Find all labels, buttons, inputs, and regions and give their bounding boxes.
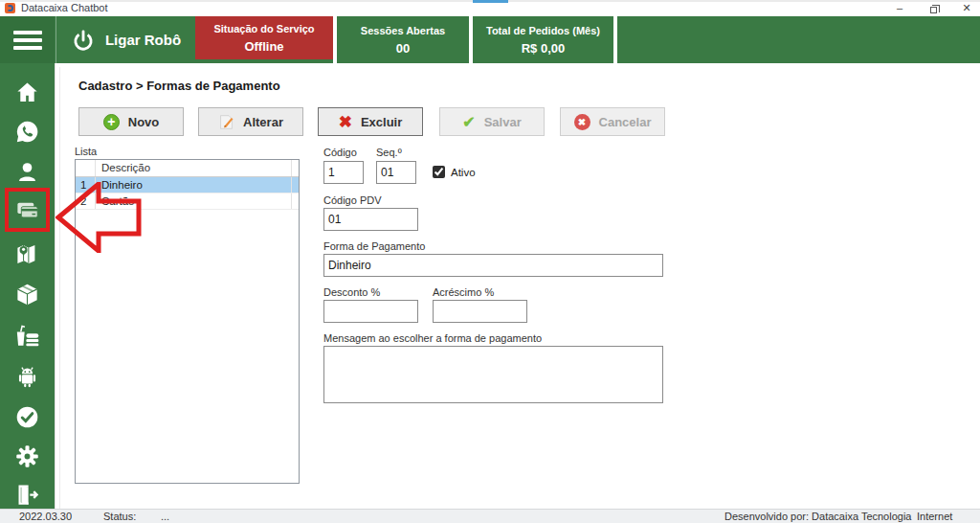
map-location-icon <box>14 241 40 267</box>
package-icon <box>14 282 40 307</box>
version-text: 2022.03.30 <box>19 511 72 522</box>
cancel-circle-icon: ✖ <box>574 114 590 130</box>
logout-door-icon <box>14 482 40 508</box>
sidebar-item-delivery-areas[interactable] <box>0 239 55 269</box>
excluir-button[interactable]: ✖ Excluir <box>318 107 423 136</box>
mensagem-textarea[interactable] <box>323 346 663 403</box>
sidebar-item-exit[interactable] <box>0 479 55 510</box>
app-logo-icon <box>5 3 15 13</box>
ativo-checkbox[interactable] <box>433 166 445 178</box>
service-status-title: Situação do Serviço <box>195 23 333 34</box>
save-check-icon: ✔ <box>462 113 475 131</box>
forma-pagamento-input[interactable] <box>323 254 663 277</box>
acrescimo-label: Acréscimo % <box>433 286 494 298</box>
novo-label: Novo <box>128 115 160 129</box>
annotation-highlight-box <box>5 188 50 232</box>
total-orders-panel: Total de Pedidos (Mês) R$ 0,00 <box>473 16 613 63</box>
service-status-panel: Situação do Serviço Offline <box>195 16 333 59</box>
grid-header-descricao: Descrição <box>96 160 291 176</box>
status-label: Status: <box>103 511 136 522</box>
seq-input[interactable] <box>376 161 416 184</box>
codigo-input[interactable] <box>323 161 364 184</box>
close-button[interactable]: ✕ <box>952 0 980 15</box>
forma-pagamento-label: Forma de Pagamento <box>323 240 425 252</box>
developed-by-text: Desenvolvido por: Datacaixa Tecnologia <box>724 511 911 522</box>
header-divider <box>613 16 617 63</box>
sidebar-nav <box>0 63 55 509</box>
minimize-button[interactable]: – <box>885 0 914 15</box>
alterar-button[interactable]: Alterar <box>198 107 303 136</box>
sidebar-item-menu-items[interactable] <box>0 320 55 351</box>
home-icon <box>14 80 40 105</box>
lista-label: Lista <box>75 146 97 157</box>
codigo-pdv-label: Código PDV <box>323 194 382 206</box>
sidebar-item-home[interactable] <box>0 77 55 107</box>
ligar-robo-button[interactable]: Ligar Robô <box>56 16 195 63</box>
header-divider <box>469 16 473 63</box>
annotation-arrow-icon <box>56 182 142 253</box>
excluir-label: Excluir <box>361 115 402 129</box>
ligar-robo-label: Ligar Robô <box>105 32 181 48</box>
status-bar: 2022.03.30 Status: ... Desenvolvido por:… <box>0 509 980 523</box>
novo-button[interactable]: + Novo <box>78 107 184 136</box>
hamburger-icon <box>13 31 42 34</box>
whatsapp-icon <box>14 119 40 145</box>
open-sessions-title: Sessões Abertas <box>337 25 469 36</box>
restore-icon <box>930 7 937 13</box>
breadcrumb: Cadastro > Formas de Pagamento <box>78 79 280 93</box>
codigo-label: Código <box>323 147 357 158</box>
app-title: Datacaixa Chatbot <box>21 2 108 13</box>
sidebar-item-android-app[interactable] <box>0 361 55 392</box>
salvar-button[interactable]: ✔ Salvar <box>439 107 545 136</box>
pencil-icon <box>218 114 234 130</box>
sidebar-item-products[interactable] <box>0 279 55 309</box>
food-icon <box>14 323 40 349</box>
open-sessions-panel: Sessões Abertas 00 <box>337 16 469 63</box>
title-bar: Datacaixa Chatbot – ✕ <box>0 0 980 16</box>
sidebar-item-users[interactable] <box>0 156 55 187</box>
total-orders-value: R$ 0,00 <box>473 41 613 56</box>
content-divider <box>59 67 60 509</box>
grid-header-row: Descrição <box>76 160 299 177</box>
grid-header-num <box>76 160 96 176</box>
codigo-pdv-input[interactable] <box>323 208 418 231</box>
cancelar-label: Cancelar <box>599 115 652 129</box>
hamburger-menu-button[interactable] <box>0 16 55 63</box>
settings-gear-icon <box>14 443 40 469</box>
status-value: ... <box>161 511 169 522</box>
salvar-label: Salvar <box>484 115 522 129</box>
top-progress-segment <box>473 0 508 3</box>
total-orders-title: Total de Pedidos (Mês) <box>473 25 613 36</box>
check-circle-icon <box>14 404 40 430</box>
seq-label: Seq.º <box>376 147 402 158</box>
desconto-input[interactable] <box>323 300 418 323</box>
service-status-value: Offline <box>195 39 333 54</box>
alterar-label: Alterar <box>243 115 283 129</box>
ativo-label: Ativo <box>451 167 476 178</box>
ativo-checkbox-group: Ativo <box>433 166 476 178</box>
plus-icon: + <box>103 114 120 130</box>
desconto-label: Desconto % <box>323 286 380 298</box>
sidebar-item-settings[interactable] <box>0 441 55 471</box>
user-icon <box>14 159 40 185</box>
connection-text: Internet <box>917 511 952 522</box>
power-icon <box>71 28 96 53</box>
header-bar: Ligar Robô Situação do Serviço Offline S… <box>0 16 980 63</box>
delete-x-icon: ✖ <box>339 112 352 132</box>
sidebar-item-whatsapp[interactable] <box>0 116 55 147</box>
android-icon <box>14 364 40 390</box>
cancelar-button[interactable]: ✖ Cancelar <box>560 107 665 136</box>
acrescimo-input[interactable] <box>433 300 527 323</box>
sidebar-item-confirmations[interactable] <box>0 401 55 432</box>
maximize-restore-button[interactable] <box>919 0 947 15</box>
header-divider <box>333 16 337 63</box>
open-sessions-value: 00 <box>337 41 469 56</box>
mensagem-label: Mensagem ao escolher a forma de pagament… <box>323 332 542 344</box>
